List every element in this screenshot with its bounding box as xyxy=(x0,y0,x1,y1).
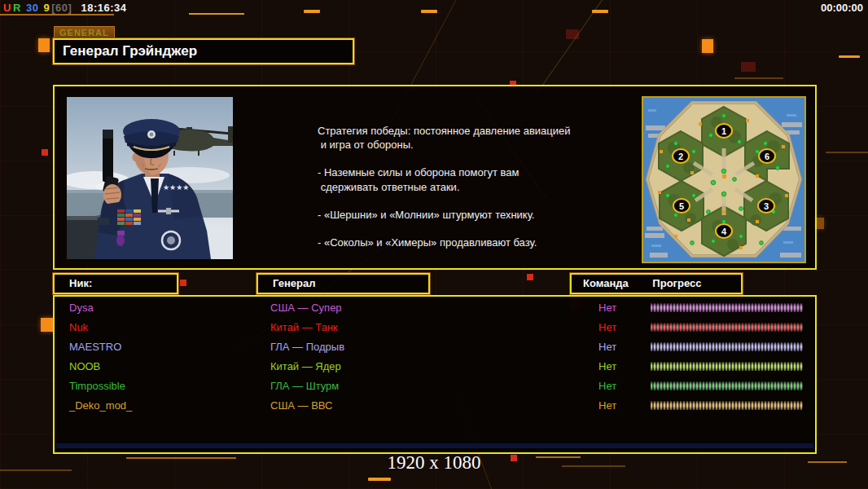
player-name: Timpossible xyxy=(69,380,125,392)
loading-screen: UR 30 9[60] 18:16:34 00:00:00 GENERAL Ге… xyxy=(0,0,868,489)
map-start-position: 5 xyxy=(673,198,690,214)
general-name-title: Генерал Грэйнджер xyxy=(53,38,354,64)
match-timer: 00:00:00 xyxy=(821,2,863,14)
player-progress-bar xyxy=(651,342,803,351)
map-start-position: 2 xyxy=(672,148,690,164)
general-column-header: Генерал xyxy=(256,273,430,294)
fps-counter: UR 30 9[60] 18:16:34 xyxy=(3,2,129,14)
deco-line xyxy=(826,152,868,153)
deco-dash xyxy=(421,10,437,13)
player-row: Dysa США — Супер Нет xyxy=(55,299,815,319)
map-start-position: 6 xyxy=(758,148,776,164)
player-general: США — ВВС xyxy=(270,399,333,412)
player-progress-bar xyxy=(651,323,803,332)
fps-counter-nine: 9 xyxy=(44,2,50,14)
team-header-label: Команда xyxy=(583,277,629,289)
svg-text:★★★★: ★★★★ xyxy=(163,183,189,192)
deco-line xyxy=(734,77,783,79)
player-name: Nuk xyxy=(69,321,88,333)
deco-red-square xyxy=(527,274,533,280)
player-team: Нет xyxy=(598,380,616,392)
player-row: Nuk Китай — Танк Нет xyxy=(55,319,815,338)
player-general: США — Супер xyxy=(270,302,342,314)
player-team: Нет xyxy=(598,321,616,333)
strategy-text: Стратегия победы: постоянное давление ав… xyxy=(318,124,598,249)
clock-readout: 18:16:34 xyxy=(81,2,126,14)
player-general: ГЛА — Подрыв xyxy=(270,341,344,353)
player-progress-bar xyxy=(651,401,803,410)
player-general: Китай — Ядер xyxy=(270,360,341,372)
map-start-position: 4 xyxy=(715,223,733,239)
deco-dash xyxy=(304,10,320,13)
tab-general: GENERAL xyxy=(54,26,115,39)
fps-counter-r: R xyxy=(13,2,21,14)
players-panel: Dysa США — Супер Нет Nuk Китай — Танк Не… xyxy=(53,295,817,454)
map-start-position: 1 xyxy=(715,123,733,139)
player-name: Dysa xyxy=(69,302,94,314)
deco-red-square xyxy=(180,280,186,286)
deco-diagonal xyxy=(533,0,604,99)
player-general: Китай — Танк xyxy=(270,321,338,333)
deco-dim-rect xyxy=(741,62,756,72)
general-portrait: ★★★★ xyxy=(67,97,233,259)
player-team: Нет xyxy=(598,360,616,372)
deco-square xyxy=(38,38,50,52)
player-progress-bar xyxy=(651,362,803,371)
player-name: MAESTRO xyxy=(69,341,121,353)
player-list: Dysa США — Супер Нет Nuk Китай — Танк Не… xyxy=(55,299,815,416)
player-progress-bar xyxy=(651,381,803,390)
player-row: Timpossible ГЛА — Штурм Нет xyxy=(55,377,815,397)
resolution-label: 1920 x 1080 xyxy=(0,452,868,474)
deco-line xyxy=(0,14,114,15)
deco-square xyxy=(702,39,713,53)
general-info-panel: ★★★★ xyxy=(53,85,817,270)
player-team: Нет xyxy=(598,399,616,412)
deco-dash xyxy=(368,478,391,481)
player-team: Нет xyxy=(598,302,616,314)
nick-column-header: Ник: xyxy=(53,273,178,294)
player-team: Нет xyxy=(598,341,616,353)
player-general: ГЛА — Штурм xyxy=(270,380,339,392)
fps-counter-fps: 30 xyxy=(26,2,38,14)
deco-line xyxy=(189,13,244,15)
deco-red-square xyxy=(42,149,48,156)
general-portrait-illustration: ★★★★ xyxy=(67,97,233,259)
progress-header-label: Прогресс xyxy=(652,277,701,289)
fps-counter-u: U xyxy=(3,2,11,14)
player-name: NOOB xyxy=(69,360,100,372)
map-preview: 1 2 6 5 3 4 xyxy=(642,96,806,263)
fps-counter-cap: [60] xyxy=(51,2,72,14)
deco-dash xyxy=(839,55,860,58)
player-row: MAESTRO ГЛА — Подрыв Нет xyxy=(55,338,815,358)
map-start-position: 3 xyxy=(757,198,775,214)
player-row: NOOB Китай — Ядер Нет xyxy=(55,358,815,377)
player-progress-bar xyxy=(651,303,803,312)
team-progress-column-header: Команда Прогресс xyxy=(570,273,743,294)
player-row: _Deko_mod_ США — ВВС Нет xyxy=(55,397,815,416)
panel-bottom-strip xyxy=(56,443,813,448)
player-name: _Deko_mod_ xyxy=(69,399,132,412)
